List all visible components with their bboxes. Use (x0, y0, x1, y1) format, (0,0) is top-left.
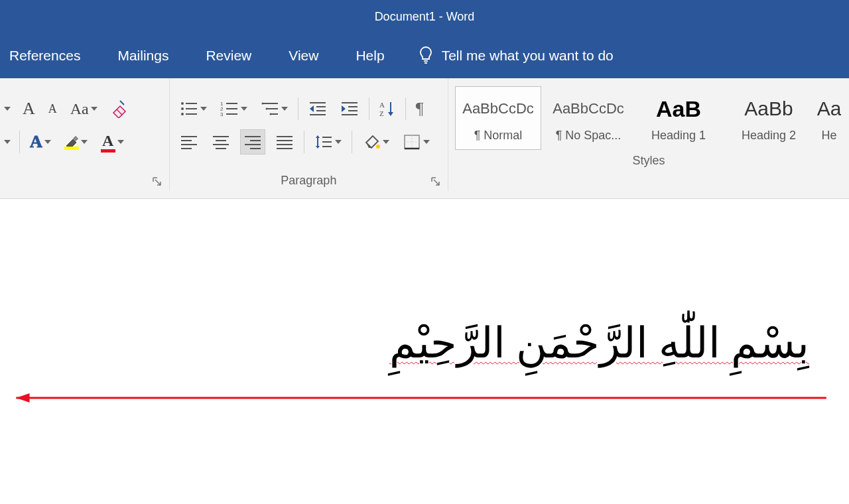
multilevel-icon (261, 100, 279, 117)
separator (304, 131, 304, 153)
separator (19, 131, 20, 153)
style-heading-3[interactable]: Aa He (816, 86, 842, 150)
font-group: A ▴ A ▾ Aa (0, 78, 170, 191)
multilevel-list-button[interactable] (257, 96, 291, 121)
borders-button[interactable] (399, 129, 433, 155)
tab-view[interactable]: View (286, 42, 321, 69)
font-color-bar (101, 149, 115, 153)
align-right-icon (243, 133, 262, 151)
svg-point-3 (181, 102, 184, 105)
ribbon-tabs: References Mailings Review View Help Tel… (0, 33, 849, 78)
bullets-button[interactable] (176, 96, 210, 121)
chevron-down-icon (117, 140, 124, 145)
svg-text:A: A (379, 101, 385, 109)
font-color-button[interactable]: A (98, 129, 127, 155)
justify-button[interactable] (272, 129, 297, 155)
separator (369, 97, 369, 120)
shading-button[interactable] (359, 129, 393, 155)
title-bar: Document1 - Word (0, 0, 849, 33)
highlight-button[interactable] (61, 129, 91, 155)
style-no-spacing[interactable]: AaBbCcDc ¶ No Spac... (545, 86, 631, 150)
svg-point-18 (261, 103, 263, 105)
separator (352, 131, 352, 153)
text-effects-button[interactable]: A (27, 129, 54, 155)
separator (405, 97, 406, 120)
lightbulb-icon (419, 46, 432, 65)
font-dropdown-arrow[interactable] (0, 96, 13, 121)
separator (298, 97, 298, 120)
chevron-down-icon (4, 140, 11, 145)
styles-group-label: Styles (455, 150, 842, 171)
align-left-button[interactable] (176, 129, 202, 155)
svg-text:Z: Z (379, 109, 384, 117)
tell-me[interactable]: Tell me what you want to do (419, 46, 614, 65)
style-normal[interactable]: AaBbCcDc ¶ Normal (455, 86, 541, 150)
justify-icon (275, 133, 294, 151)
pilcrow-icon: ¶ (416, 99, 424, 119)
document-text-line[interactable]: بِسْمِ اللّٰهِ الرَّحْمَنِ الرَّحِيْمِ (0, 318, 849, 368)
numbering-icon: 1 2 3 (220, 100, 239, 117)
sort-icon: A Z (379, 100, 395, 117)
chevron-down-icon (423, 140, 430, 145)
chevron-down-icon (241, 107, 247, 111)
shrink-font-button[interactable]: A ▾ (45, 96, 60, 121)
tab-help[interactable]: Help (353, 42, 387, 69)
font-group-label (0, 170, 163, 191)
borders-icon (403, 133, 421, 151)
indent-icon (340, 100, 359, 117)
decrease-indent-button[interactable] (305, 96, 330, 121)
chevron-down-icon (91, 107, 98, 111)
svg-point-7 (181, 113, 184, 115)
svg-point-5 (181, 107, 184, 110)
align-left-icon (180, 133, 198, 151)
increase-indent-button[interactable] (337, 96, 362, 121)
chevron-down-icon (281, 107, 288, 111)
tab-references[interactable]: References (7, 42, 83, 69)
paragraph-group: 1 2 3 (170, 78, 448, 191)
chevron-down-icon (44, 140, 51, 145)
outdent-icon (308, 100, 327, 117)
numbering-button[interactable]: 1 2 3 (217, 96, 251, 121)
chevron-down-icon (4, 107, 11, 111)
show-marks-button[interactable]: ¶ (413, 96, 427, 121)
svg-point-52 (376, 145, 380, 149)
style-heading-2[interactable]: AaBb Heading 2 (726, 86, 812, 150)
chevron-down-icon (200, 107, 207, 111)
document-canvas[interactable]: بِسْمِ اللّٰهِ الرَّحْمَنِ الرَّحِيْمِ (0, 199, 849, 404)
line-spacing-icon (314, 133, 333, 151)
align-center-icon (212, 133, 230, 151)
svg-point-19 (265, 108, 267, 110)
highlighter-icon (64, 135, 79, 148)
change-case-button[interactable]: Aa (67, 96, 101, 121)
subscript-dropdown-arrow[interactable] (0, 129, 13, 155)
tell-me-label: Tell me what you want to do (442, 48, 614, 64)
grow-font-button[interactable]: A ▴ (19, 96, 38, 121)
highlight-color-bar (64, 147, 79, 150)
chevron-down-icon (81, 140, 88, 145)
tab-review[interactable]: Review (203, 42, 254, 69)
svg-point-20 (269, 113, 271, 115)
clear-formatting-button[interactable] (107, 96, 133, 121)
svg-text:3: 3 (220, 111, 224, 117)
eraser-icon (111, 99, 129, 118)
window-title: Document1 - Word (375, 10, 475, 24)
rtl-arrow-annotation (0, 392, 833, 404)
line-spacing-button[interactable] (311, 129, 345, 155)
sort-button[interactable]: A Z (376, 96, 399, 121)
align-right-button[interactable] (240, 129, 265, 155)
align-center-button[interactable] (208, 129, 233, 155)
ribbon: A ▴ A ▾ Aa (0, 78, 849, 199)
paint-bucket-icon (362, 133, 381, 151)
chevron-down-icon (335, 140, 342, 145)
dialog-launcher-icon[interactable] (152, 176, 163, 187)
style-heading-1[interactable]: AaB Heading 1 (635, 86, 722, 150)
tab-mailings[interactable]: Mailings (115, 42, 171, 69)
dialog-launcher-icon[interactable] (430, 176, 441, 187)
bullets-icon (180, 100, 198, 117)
styles-group: AaBbCcDc ¶ Normal AaBbCcDc ¶ No Spac... … (448, 78, 849, 191)
paragraph-group-label: Paragraph (176, 170, 441, 191)
chevron-down-icon (383, 140, 389, 145)
